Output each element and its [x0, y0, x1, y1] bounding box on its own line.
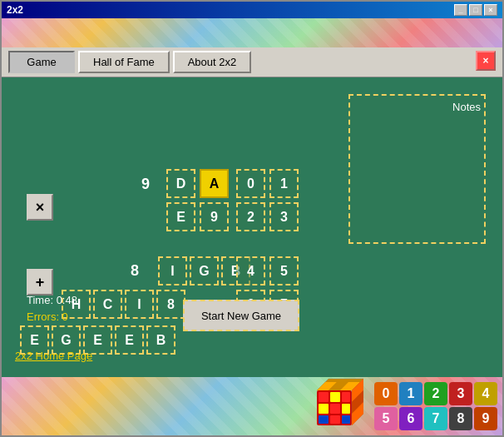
tile-1[interactable]: 1: [399, 382, 422, 405]
cell-I-r4[interactable]: I: [125, 290, 154, 319]
top-decoration: [2, 18, 502, 47]
tile-3[interactable]: 3: [449, 382, 472, 405]
svg-rect-4: [319, 404, 329, 414]
tile-4[interactable]: 4: [474, 382, 497, 405]
tile-6[interactable]: 6: [399, 407, 422, 430]
window-title: 2x2: [7, 4, 23, 16]
cell-E3-r5[interactable]: E: [115, 325, 144, 355]
tile-9[interactable]: 9: [474, 407, 497, 430]
start-new-game-button[interactable]: Start New Game: [183, 300, 299, 331]
svg-rect-9: [342, 415, 350, 424]
cell-B-r5[interactable]: B: [146, 325, 175, 355]
menu-bar: Game Hall of Fame About 2x2 ×: [2, 47, 502, 77]
static-8-r3: 8: [131, 262, 139, 280]
maximize-button[interactable]: □: [469, 4, 482, 16]
main-window: 2x2 _ □ × Game Hall of Fame About 2x2 × …: [0, 0, 504, 437]
cell-C-r4[interactable]: C: [93, 290, 122, 319]
cell-I-r3[interactable]: I: [158, 256, 187, 286]
notes-box: [348, 94, 486, 244]
title-bar: 2x2 _ □ ×: [2, 2, 502, 18]
number-tiles: 0 1 2 3 4 5 6 7 8 9: [374, 382, 497, 430]
cell-3-r2[interactable]: 3: [269, 202, 299, 231]
tile-5[interactable]: 5: [374, 407, 398, 430]
svg-rect-3: [342, 392, 350, 402]
tab-game[interactable]: Game: [8, 51, 75, 73]
cell-D-r1[interactable]: D: [166, 169, 195, 198]
close-window-button[interactable]: ×: [484, 4, 497, 16]
tab-about[interactable]: About 2x2: [173, 51, 252, 73]
rubiks-cube: [314, 377, 373, 432]
minimize-button[interactable]: _: [454, 4, 467, 16]
svg-rect-6: [342, 404, 350, 414]
game-area: Notes × + 9 D A 0 1 E 9 2 3 8 I G B 4 5 …: [2, 77, 502, 377]
home-page-link[interactable]: 2x2 Home Page: [15, 350, 92, 362]
cell-4-r3[interactable]: 4: [236, 256, 265, 286]
notes-label: Notes: [452, 101, 481, 113]
title-bar-controls: _ □ ×: [454, 4, 497, 16]
cell-E-r2[interactable]: E: [166, 202, 195, 231]
cell-G-r3[interactable]: G: [190, 256, 219, 286]
multiply-operator[interactable]: ×: [27, 194, 53, 221]
cell-1-r1[interactable]: 1: [269, 169, 299, 198]
errors-label: Errors: 0: [27, 310, 68, 323]
cell-0-r1[interactable]: 0: [236, 169, 265, 198]
tile-2[interactable]: 2: [424, 382, 447, 405]
svg-rect-2: [330, 392, 340, 402]
static-9-r1: 9: [141, 176, 150, 193]
svg-rect-5: [330, 404, 340, 414]
tab-hall-of-fame[interactable]: Hall of Fame: [78, 51, 170, 73]
svg-rect-7: [319, 415, 329, 424]
svg-rect-8: [330, 415, 340, 424]
cell-2-r2[interactable]: 2: [236, 202, 265, 231]
tile-8[interactable]: 8: [449, 407, 472, 430]
tile-0[interactable]: 0: [374, 382, 398, 405]
cell-9-r2[interactable]: 9: [200, 202, 229, 231]
cell-A-r1[interactable]: A: [200, 169, 229, 198]
bottom-decoration: 0 1 2 3 4 5 6 7 8 9: [2, 377, 502, 435]
time-label: Time: 0:48: [27, 294, 77, 306]
cell-8-r4[interactable]: 8: [156, 290, 185, 319]
menu-close-button[interactable]: ×: [476, 51, 496, 71]
cell-5-r3[interactable]: 5: [269, 256, 299, 286]
plus-operator[interactable]: +: [27, 269, 53, 295]
tile-7[interactable]: 7: [424, 407, 447, 430]
svg-rect-1: [319, 392, 329, 402]
